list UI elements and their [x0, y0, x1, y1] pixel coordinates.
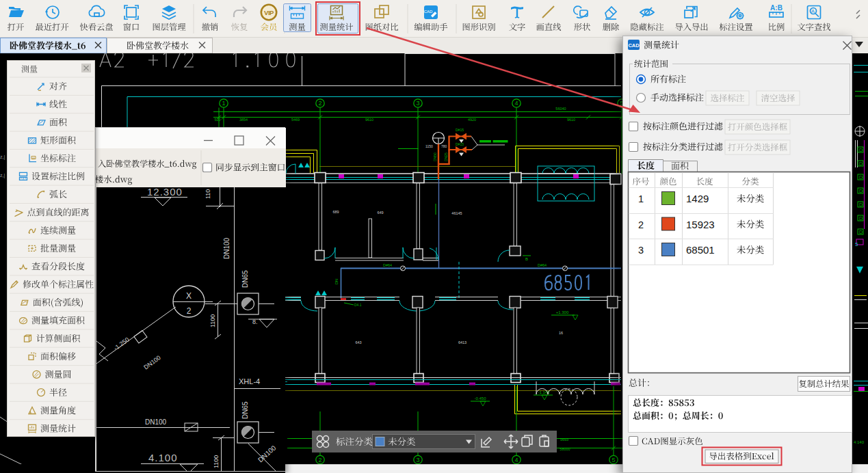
svg-text:D: D	[859, 230, 863, 234]
svg-text:D#15: D#15	[456, 128, 464, 132]
svg-text:1: 1	[222, 100, 225, 107]
svg-text:3: 3	[416, 457, 419, 463]
svg-text:5469: 5469	[291, 118, 300, 122]
svg-text:D: D	[859, 161, 863, 166]
svg-text:4.100: 4.100	[148, 452, 178, 463]
svg-text:CAD: CAD	[424, 10, 433, 14]
svg-text:DN100: DN100	[142, 354, 162, 371]
svg-text:D: D	[859, 175, 863, 180]
svg-text:643: 643	[355, 340, 361, 344]
svg-text:D: D	[859, 148, 863, 152]
svg-text:D: D	[859, 216, 863, 221]
svg-text:16: 16	[559, 331, 563, 335]
svg-text:1: 1	[638, 193, 644, 204]
svg-text:D#64: D#64	[383, 263, 392, 267]
svg-text:1100: 1100	[213, 455, 220, 468]
svg-text:DN50: DN50	[433, 152, 437, 161]
svg-text:D#64: D#64	[538, 263, 547, 267]
svg-text:12.300: 12.300	[147, 187, 183, 198]
svg-text:D: D	[859, 202, 863, 207]
svg-text:58000: 58000	[560, 447, 570, 451]
svg-text:B: B	[525, 257, 528, 261]
svg-text:5: 5	[855, 241, 858, 247]
svg-text:3: 3	[416, 100, 419, 107]
svg-text:DN100: DN100	[223, 237, 231, 259]
svg-text:780: 780	[441, 144, 447, 148]
svg-text:46145: 46145	[451, 211, 462, 215]
svg-text:2: 2	[187, 306, 192, 316]
svg-text:5693: 5693	[560, 437, 568, 442]
svg-text:-0.450: -0.450	[474, 396, 486, 401]
svg-text:9610: 9610	[365, 118, 373, 122]
svg-text:DN65: DN65	[241, 401, 249, 419]
svg-text:DN100: DN100	[257, 444, 278, 463]
svg-text:1100: 1100	[209, 314, 216, 327]
svg-text:DN25: DN25	[444, 152, 448, 161]
svg-text:4:140: 4:140	[854, 440, 865, 444]
svg-text:2: 2	[318, 100, 321, 107]
svg-text:1150: 1150	[425, 144, 433, 148]
svg-text:D#15: D#15	[456, 142, 464, 146]
svg-text:A: A	[811, 8, 815, 14]
svg-text:649: 649	[377, 211, 383, 215]
svg-text:4: 4	[514, 457, 518, 463]
svg-text:z,|: z,|	[0, 154, 5, 160]
svg-text:VIP: VIP	[264, 9, 274, 16]
svg-text:DN: DN	[334, 279, 339, 284]
svg-text:3854: 3854	[239, 118, 248, 122]
svg-text:9610: 9610	[567, 118, 575, 122]
svg-text:D4.1: D4.1	[354, 303, 362, 307]
svg-text:520: 520	[214, 118, 220, 122]
svg-text:110: 110	[205, 189, 211, 199]
svg-text:689: 689	[332, 210, 339, 214]
svg-text:DN65: DN65	[241, 270, 249, 288]
svg-text:D: D	[859, 189, 863, 193]
svg-text:56040: 56040	[555, 107, 566, 111]
svg-text:+1.300: +1.300	[556, 310, 569, 314]
svg-text:-1.250: -1.250	[112, 336, 131, 352]
svg-text:6413: 6413	[458, 340, 466, 344]
svg-text:3: 3	[638, 245, 644, 256]
svg-text:2: 2	[638, 219, 644, 230]
svg-text:4: 4	[514, 100, 518, 107]
svg-text:DN100: DN100	[145, 418, 167, 426]
svg-text:A:B: A:B	[770, 4, 782, 12]
svg-text:CAD: CAD	[628, 42, 640, 49]
svg-text:4920: 4920	[468, 118, 476, 122]
svg-text:68501: 68501	[686, 244, 715, 256]
svg-text:XHL-4: XHL-4	[239, 377, 260, 386]
svg-text:2: 2	[318, 457, 321, 463]
svg-text:5: 5	[611, 457, 615, 463]
svg-text:15923: 15923	[686, 219, 715, 230]
svg-text:z,|: z,|	[0, 173, 5, 178]
svg-text:X: X	[186, 291, 192, 301]
svg-text:1429: 1429	[686, 193, 709, 204]
